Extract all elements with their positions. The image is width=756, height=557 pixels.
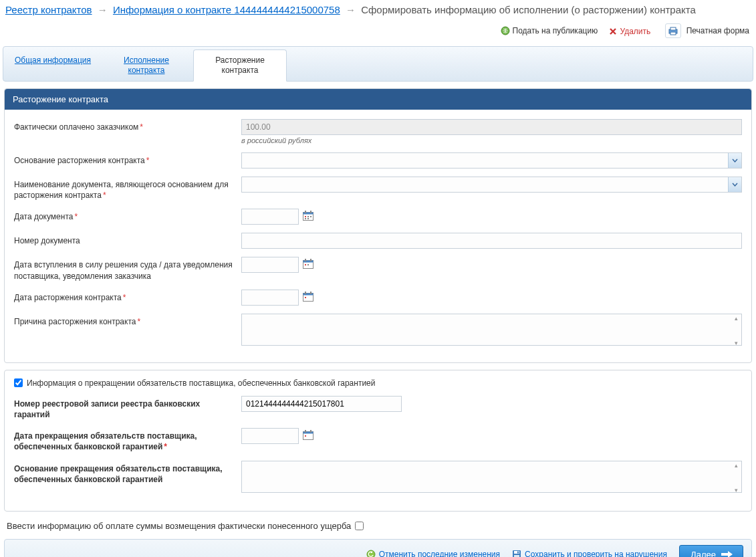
svg-rect-18 — [307, 264, 309, 265]
reason-textarea[interactable] — [241, 314, 742, 346]
next-button[interactable]: Далее — [679, 545, 743, 558]
chevron-down-icon[interactable] — [728, 177, 741, 192]
docname-label: Наименование документа, являющегося осно… — [14, 177, 241, 201]
stopbasis-textarea[interactable] — [241, 461, 742, 493]
undo-icon — [366, 550, 376, 557]
svg-rect-20 — [303, 293, 313, 295]
panel-title: Расторжение контракта — [5, 89, 751, 110]
basis-label: Основание расторжения контракта* — [14, 152, 241, 166]
delete-button[interactable]: Удалить — [609, 27, 650, 36]
guarantee-checkbox[interactable] — [14, 378, 23, 387]
svg-rect-7 — [310, 211, 311, 213]
docdate-label: Дата документа* — [14, 209, 241, 222]
svg-rect-3 — [670, 32, 676, 35]
courtdate-label: Дата вступления в силу решения суда / да… — [14, 257, 241, 281]
svg-rect-6 — [305, 211, 306, 213]
svg-rect-33 — [517, 552, 519, 554]
stopdate-label: Дата прекращения обязательств поставщика… — [14, 428, 241, 452]
calendar-icon[interactable] — [303, 292, 313, 304]
regnum-label: Номер реестровой записи реестра банковск… — [14, 396, 241, 420]
stopbasis-label: Основание прекращения обязательств поста… — [14, 461, 241, 485]
svg-rect-28 — [305, 435, 306, 437]
damage-checkbox-label: Ввести информацию об оплате суммы возмещ… — [7, 521, 351, 531]
tab-termination[interactable]: Расторжение контракта — [193, 49, 287, 82]
breadcrumb-current: Сформировать информацию об исполнении (о… — [361, 4, 696, 15]
cancel-link[interactable]: Отменить последние изменения — [366, 550, 500, 557]
calendar-icon[interactable] — [303, 430, 313, 442]
guarantee-panel: Информация о прекращении обязательств по… — [4, 370, 752, 512]
breadcrumb-link-registry[interactable]: Реестр контрактов — [5, 4, 92, 15]
guarantee-checkbox-label: Информация о прекращении обязательств по… — [27, 378, 375, 388]
docname-combo[interactable] — [241, 177, 742, 193]
printer-icon — [668, 26, 678, 35]
svg-rect-23 — [305, 297, 306, 298]
courtdate-input[interactable] — [241, 257, 299, 273]
reason-label: Причина расторжения контракта* — [14, 314, 241, 327]
calendar-icon[interactable] — [303, 211, 313, 223]
tab-execution[interactable]: Исполнение контракта — [100, 49, 193, 81]
termdate-input[interactable] — [241, 290, 299, 306]
publish-button[interactable]: Подать на публикацию — [501, 26, 598, 35]
svg-rect-11 — [305, 218, 306, 219]
svg-rect-17 — [305, 264, 306, 265]
save-link[interactable]: Сохранить и проверить на нарушения — [512, 550, 667, 557]
termdate-label: Дата расторжения контракта* — [14, 290, 241, 303]
arrow-icon: → — [346, 4, 356, 15]
svg-rect-12 — [307, 218, 309, 219]
scrollbar[interactable]: ▴▾ — [731, 462, 741, 493]
top-toolbar: Подать на публикацию Удалить Печатная фо… — [0, 19, 756, 42]
x-icon — [609, 27, 617, 35]
svg-rect-25 — [303, 432, 313, 434]
basis-combo[interactable] — [241, 152, 742, 169]
svg-rect-22 — [310, 292, 311, 294]
calendar-icon[interactable] — [303, 259, 313, 271]
damage-checkbox[interactable] — [355, 522, 364, 530]
stopdate-input[interactable] — [241, 428, 299, 444]
globe-publish-icon — [501, 26, 510, 35]
svg-rect-16 — [310, 259, 311, 261]
svg-rect-5 — [303, 213, 313, 215]
arrow-icon: → — [98, 4, 108, 15]
save-icon — [512, 550, 521, 557]
svg-rect-15 — [305, 259, 306, 261]
docdate-input[interactable] — [241, 209, 299, 225]
paid-input — [241, 119, 742, 135]
docnum-label: Номер документа — [14, 233, 241, 246]
scrollbar[interactable]: ▴▾ — [731, 315, 741, 346]
arrow-right-icon — [721, 550, 733, 557]
svg-rect-9 — [307, 216, 309, 217]
svg-rect-26 — [305, 430, 306, 433]
termination-panel: Расторжение контракта Фактически оплачен… — [4, 88, 752, 363]
breadcrumb-link-contract[interactable]: Информация о контракте 14444444442150007… — [113, 4, 340, 15]
tab-general-info[interactable]: Общая информация — [6, 49, 100, 81]
svg-rect-14 — [303, 261, 313, 263]
breadcrumb: Реестр контрактов → Информация о контрак… — [0, 0, 756, 19]
svg-rect-2 — [670, 27, 676, 30]
paid-hint: в российский рублях — [241, 136, 742, 144]
svg-rect-10 — [310, 216, 311, 217]
svg-rect-21 — [305, 292, 306, 294]
svg-rect-8 — [305, 216, 306, 217]
chevron-down-icon[interactable] — [728, 153, 741, 168]
paid-label: Фактически оплачено заказчиком* — [14, 119, 241, 132]
tabs: Общая информация Исполнение контракта Ра… — [3, 46, 753, 82]
svg-rect-27 — [310, 430, 311, 433]
print-button[interactable]: Печатная форма — [662, 23, 749, 38]
regnum-input[interactable] — [241, 396, 402, 412]
footer-bar: Отменить последние изменения Сохранить и… — [4, 539, 752, 558]
damage-checkbox-row: Ввести информацию об оплате суммы возмещ… — [0, 516, 756, 536]
docnum-input[interactable] — [241, 233, 742, 249]
